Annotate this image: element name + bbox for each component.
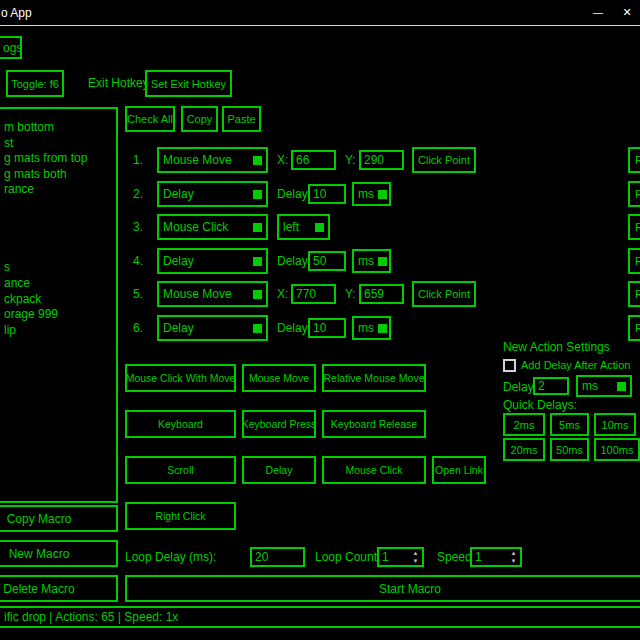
tab-logs[interactable]: ogs — [0, 36, 22, 59]
action-type-dropdown[interactable]: Mouse Move — [157, 281, 268, 307]
remove-button[interactable]: R — [628, 315, 640, 341]
x-input[interactable] — [291, 150, 336, 170]
remove-button[interactable]: R — [628, 181, 640, 207]
action-type-dropdown[interactable]: Delay — [157, 181, 268, 207]
macro-app-window: o App — ✕ ogs Toggle: f6 Exit Hotkey: Se… — [0, 0, 640, 640]
action-row: 4. Delay Delay: ms R — [0, 248, 640, 274]
action-row: 3. Mouse Click left R — [0, 214, 640, 240]
add-delay-label: Add Delay After Action — [521, 359, 630, 372]
y-input[interactable] — [359, 150, 404, 170]
quick-delay-20ms-button[interactable]: 20ms — [503, 438, 545, 461]
new-macro-button[interactable]: New Macro — [0, 540, 118, 567]
start-macro-button[interactable]: Start Macro — [125, 575, 640, 602]
loop-delay-input[interactable] — [250, 547, 305, 567]
remove-button[interactable]: R — [628, 147, 640, 173]
macro-list-item[interactable]: m bottom — [4, 120, 116, 136]
delay-label: Delay: — [277, 181, 311, 207]
palette-mouse-click-button[interactable]: Mouse Click — [322, 456, 426, 484]
click-point-button[interactable]: Click Point — [412, 147, 476, 173]
scroll-button[interactable]: Scroll — [125, 456, 236, 484]
spinner-up-icon[interactable]: ▲ — [409, 549, 422, 557]
add-delay-checkbox[interactable] — [503, 359, 516, 372]
new-delay-unit-dropdown[interactable]: ms — [576, 375, 632, 397]
status-text: ific drop | Actions: 65 | Speed: 1x — [4, 608, 178, 626]
keyboard-button[interactable]: Keyboard — [125, 410, 236, 438]
action-type-value: Delay — [163, 254, 194, 268]
action-index: 6. — [133, 315, 143, 341]
mouse-click-with-move-button[interactable]: Mouse Click With Move — [125, 364, 236, 392]
dropdown-indicator-icon — [378, 324, 387, 333]
action-type-dropdown[interactable]: Mouse Move — [157, 147, 268, 173]
action-index: 5. — [133, 281, 143, 307]
delay-input[interactable] — [308, 251, 346, 271]
minimize-button[interactable]: — — [582, 0, 614, 25]
action-row: 1. Mouse Move X: Y: Click Point R — [0, 147, 640, 173]
delay-input[interactable] — [308, 318, 346, 338]
keyboard-release-button[interactable]: Keyboard Release — [322, 410, 426, 438]
titlebar: o App — ✕ — [0, 0, 640, 26]
quick-delay-5ms-button[interactable]: 5ms — [550, 413, 589, 436]
new-action-settings-title: New Action Settings — [503, 340, 610, 354]
toggle-hotkey-button[interactable]: Toggle: f6 — [6, 70, 64, 97]
copy-button[interactable]: Copy — [181, 106, 218, 132]
dropdown-indicator-icon — [253, 324, 262, 333]
unit-dropdown[interactable]: ms — [352, 182, 391, 206]
dropdown-indicator-icon — [253, 257, 262, 266]
action-type-dropdown[interactable]: Delay — [157, 248, 268, 274]
action-index: 2. — [133, 181, 143, 207]
keyboard-press-button[interactable]: Keyboard Press — [242, 410, 316, 438]
loop-delay-label: Loop Delay (ms): — [125, 545, 216, 569]
x-input[interactable] — [291, 284, 336, 304]
action-type-dropdown[interactable]: Delay — [157, 315, 268, 341]
close-button[interactable]: ✕ — [614, 0, 640, 25]
action-type-value: Delay — [163, 187, 194, 201]
dropdown-indicator-icon — [253, 190, 262, 199]
action-index: 1. — [133, 147, 143, 173]
spinner-down-icon[interactable]: ▼ — [409, 557, 422, 565]
dropdown-indicator-icon — [315, 223, 324, 232]
open-link-button[interactable]: Open Link — [432, 456, 486, 484]
quick-delay-50ms-button[interactable]: 50ms — [550, 438, 589, 461]
relative-mouse-move-button[interactable]: Relative Mouse Move — [322, 364, 426, 392]
palette-delay-button[interactable]: Delay — [242, 456, 316, 484]
quick-delay-2ms-button[interactable]: 2ms — [503, 413, 545, 436]
unit-dropdown[interactable]: ms — [352, 249, 391, 273]
y-label: Y: — [345, 281, 356, 307]
new-delay-label: Delay: — [503, 380, 537, 394]
quick-delay-100ms-button[interactable]: 100ms — [594, 438, 640, 461]
new-delay-input[interactable] — [533, 377, 569, 395]
quick-delays-label: Quick Delays: — [503, 398, 577, 412]
delete-macro-button[interactable]: Delete Macro — [0, 575, 118, 602]
dropdown-indicator-icon — [253, 290, 262, 299]
action-index: 3. — [133, 214, 143, 240]
remove-button[interactable]: R — [628, 281, 640, 307]
click-point-button[interactable]: Click Point — [412, 281, 476, 307]
mouse-button-value: left — [283, 220, 299, 234]
check-all-button[interactable]: Check All — [125, 106, 175, 132]
palette-mouse-move-button[interactable]: Mouse Move — [242, 364, 316, 392]
y-input[interactable] — [359, 284, 404, 304]
remove-button[interactable]: R — [628, 214, 640, 240]
mouse-button-dropdown[interactable]: left — [277, 214, 330, 240]
action-type-dropdown[interactable]: Mouse Click — [157, 214, 268, 240]
paste-button[interactable]: Paste — [222, 106, 261, 132]
x-label: X: — [277, 147, 288, 173]
right-click-button[interactable]: Right Click — [125, 502, 236, 530]
status-bar: ific drop | Actions: 65 | Speed: 1x — [0, 606, 640, 628]
action-type-value: Mouse Click — [163, 220, 228, 234]
unit-value: ms — [358, 254, 374, 268]
unit-value: ms — [358, 321, 374, 335]
quick-delay-10ms-button[interactable]: 10ms — [594, 413, 636, 436]
remove-button[interactable]: R — [628, 248, 640, 274]
unit-dropdown[interactable]: ms — [352, 316, 391, 340]
copy-macro-button[interactable]: Copy Macro — [0, 505, 118, 532]
loop-count-spinner: ▲ ▼ — [377, 547, 424, 567]
dropdown-indicator-icon — [253, 156, 262, 165]
delay-input[interactable] — [308, 184, 346, 204]
spinner-down-icon[interactable]: ▼ — [507, 557, 520, 565]
unit-value: ms — [358, 187, 374, 201]
delay-label: Delay: — [277, 248, 311, 274]
set-exit-hotkey-button[interactable]: Set Exit Hotkey — [145, 70, 232, 97]
spinner-up-icon[interactable]: ▲ — [507, 549, 520, 557]
exit-hotkey-label: Exit Hotkey: — [88, 70, 152, 97]
